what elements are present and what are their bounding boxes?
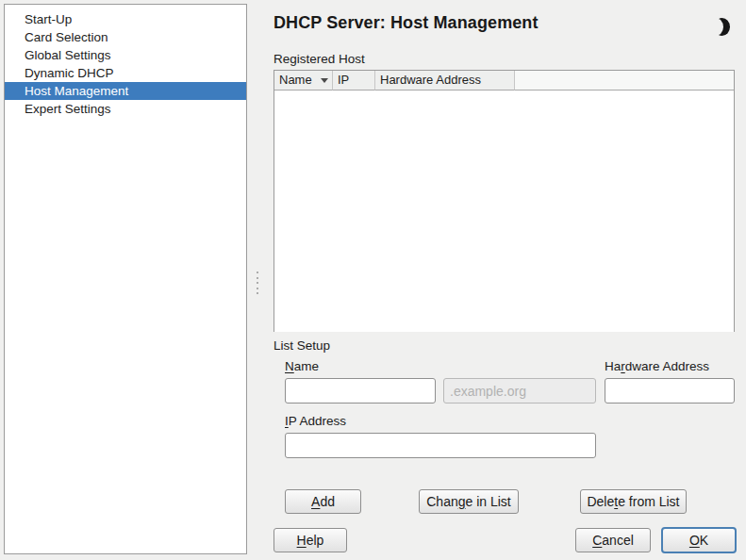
sidebar-item-dynamic-dhcp[interactable]: Dynamic DHCP xyxy=(5,64,246,82)
registered-host-table[interactable]: Name IP Hardware Address xyxy=(274,70,735,332)
sidebar-splitter-handle[interactable] xyxy=(256,272,258,294)
list-setup-label: List Setup xyxy=(274,338,330,353)
cancel-button[interactable]: Cancel xyxy=(575,528,651,552)
sidebar-item-card-selection[interactable]: Card Selection xyxy=(5,28,246,46)
column-header-ip-label: IP xyxy=(338,71,349,90)
column-header-ip[interactable]: IP xyxy=(333,71,375,91)
hardware-address-input[interactable] xyxy=(605,378,735,404)
page-title: DHCP Server: Host Management xyxy=(274,13,539,33)
sidebar-item-start-up[interactable]: Start-Up xyxy=(5,10,246,28)
column-header-hardware-address-label: Hardware Address xyxy=(380,71,481,90)
crescent-moon-icon xyxy=(707,18,723,36)
column-header-name[interactable]: Name xyxy=(274,71,333,91)
sort-descending-icon xyxy=(321,78,328,83)
sidebar-item-expert-settings[interactable]: Expert Settings xyxy=(5,100,246,118)
ip-address-input[interactable] xyxy=(285,433,596,458)
sidebar-item-host-management[interactable]: Host Management xyxy=(5,82,246,100)
domain-suffix-input xyxy=(443,378,596,404)
column-header-name-label: Name xyxy=(279,71,312,90)
sidebar-item-global-settings[interactable]: Global Settings xyxy=(5,46,246,64)
ok-button[interactable]: OK xyxy=(661,527,737,553)
registered-host-label: Registered Host xyxy=(274,52,365,66)
name-field-label: Name xyxy=(285,359,319,373)
table-header-row: Name IP Hardware Address xyxy=(274,71,734,91)
column-header-hardware-address[interactable]: Hardware Address xyxy=(375,71,515,91)
ip-address-field-label: IP Address xyxy=(285,414,346,428)
name-input[interactable] xyxy=(285,378,436,404)
wizard-steps-sidebar: Start-Up Card Selection Global Settings … xyxy=(4,4,247,554)
hardware-address-field-label: Hardware Address xyxy=(605,359,709,373)
help-button[interactable]: Help xyxy=(274,528,347,552)
change-in-list-button[interactable]: Change in List xyxy=(419,489,519,514)
add-button[interactable]: Add xyxy=(285,489,361,514)
delete-from-list-button[interactable]: Delete from List xyxy=(580,489,687,514)
column-header-filler xyxy=(515,71,734,91)
table-body-empty[interactable] xyxy=(274,91,734,332)
